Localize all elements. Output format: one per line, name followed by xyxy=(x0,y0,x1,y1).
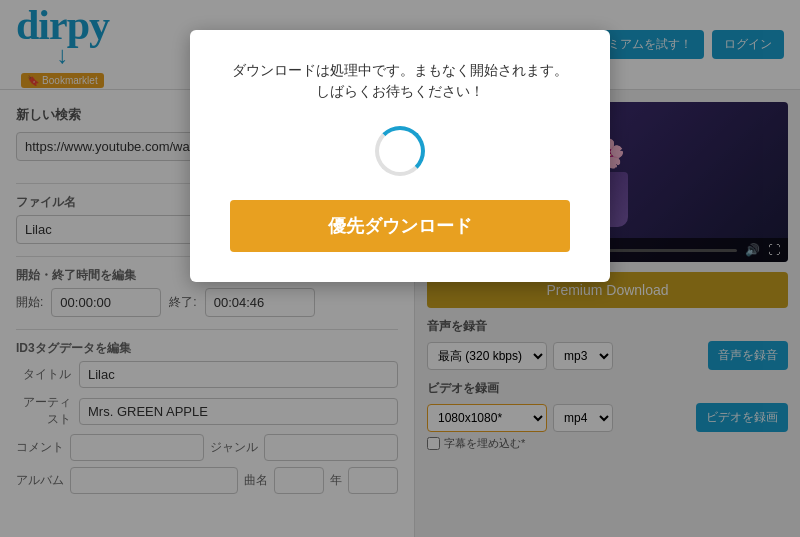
modal-overlay: ダウンロードは処理中です。まもなく開始されます。しばらくお待ちください！ 優先ダ… xyxy=(0,0,800,537)
modal-dialog: ダウンロードは処理中です。まもなく開始されます。しばらくお待ちください！ 優先ダ… xyxy=(190,30,610,282)
priority-download-button[interactable]: 優先ダウンロード xyxy=(230,200,570,252)
loading-spinner xyxy=(375,126,425,176)
modal-message: ダウンロードは処理中です。まもなく開始されます。しばらくお待ちください！ xyxy=(230,60,570,102)
spinner-container xyxy=(230,126,570,176)
